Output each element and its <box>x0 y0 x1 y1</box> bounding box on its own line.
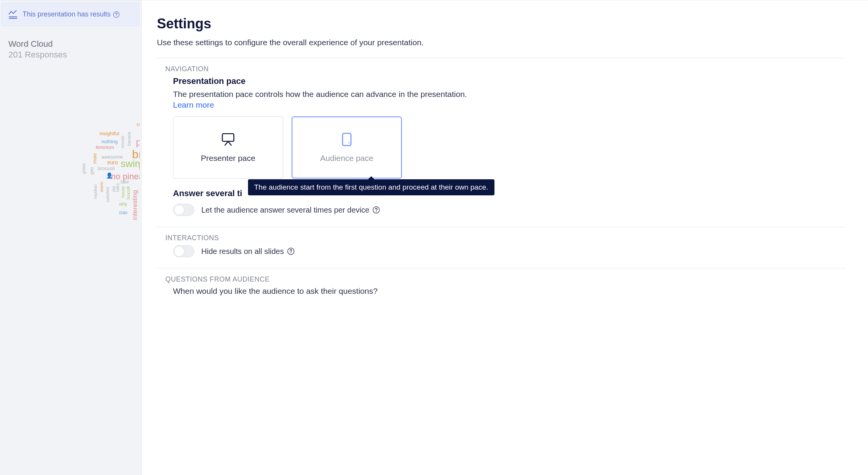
slide-list-panel: This presentation has results Word Cloud… <box>0 0 142 475</box>
wordcloud-word: bro <box>132 148 140 161</box>
results-icon <box>9 10 17 19</box>
phone-icon <box>341 132 352 147</box>
wordcloud-word: feminism <box>96 145 114 150</box>
section-label-interactions: INTERACTIONS <box>165 234 846 242</box>
wordcloud-word: con <box>137 122 140 127</box>
wordcloud-word: euro <box>107 159 118 165</box>
wordcloud-word: house <box>121 186 125 198</box>
svg-line-3 <box>225 141 228 145</box>
audience-pace-card[interactable]: Audience pace <box>292 116 402 179</box>
pace-heading: Presentation pace <box>173 76 846 86</box>
svg-rect-5 <box>343 133 351 146</box>
svg-rect-2 <box>222 134 234 141</box>
wordcloud-word: awesome <box>101 154 123 160</box>
qfa-question: When would you like the audience to ask … <box>173 287 846 296</box>
wordcloud-word: warm <box>99 182 104 192</box>
help-icon[interactable] <box>372 206 380 214</box>
wordcloud-word: did <box>111 186 116 192</box>
slide-response-count: 201 Responses <box>8 50 133 60</box>
page-title: Settings <box>157 16 846 32</box>
presentation-screen-icon <box>220 132 236 147</box>
wordcloud-word: ciao <box>119 210 127 215</box>
wordcloud-word: reptilian <box>93 184 98 199</box>
wordcloud-word: swimn <box>121 158 140 170</box>
slide-title: Word Cloud <box>8 39 133 49</box>
svg-point-1 <box>116 15 117 16</box>
wordcloud-word: fo <box>139 165 140 171</box>
hide-results-label: Hide results on all slides <box>201 247 284 256</box>
audience-pace-label: Audience pace <box>320 154 374 163</box>
wordcloud-word: nothing <box>101 139 118 144</box>
presenter-pace-label: Presenter pace <box>201 154 255 163</box>
wordcloud-word: more <box>92 153 98 164</box>
answer-multiple-toggle[interactable] <box>173 204 194 216</box>
slide-thumbnail[interactable]: Word Cloud 201 Responses coninsightfulsc… <box>2 33 140 475</box>
wordcloud-word: interesting <box>131 190 139 220</box>
help-icon[interactable] <box>287 247 295 255</box>
wordcloud-word: banana <box>127 132 131 146</box>
wordcloud-word: why <box>119 201 127 207</box>
results-banner[interactable]: This presentation has results <box>2 3 140 26</box>
wordcloud-preview: coninsightfulscipybananamousepynothingfe… <box>44 121 140 244</box>
svg-point-6 <box>349 142 350 144</box>
hide-results-toggle[interactable] <box>173 245 194 257</box>
wordcloud-word: talks <box>115 183 120 192</box>
wordcloud-word: geo <box>89 167 95 175</box>
wordcloud-word: lake <box>121 179 129 185</box>
section-label-qfa: QUESTIONS FROM AUDIENCE <box>165 275 846 283</box>
audience-pace-tooltip: The audience start from the first questi… <box>248 179 494 195</box>
divider <box>157 58 846 58</box>
wordcloud-word: insightful <box>100 131 119 136</box>
svg-point-8 <box>376 211 377 212</box>
divider <box>157 227 846 227</box>
settings-panel: Settings Use these settings to configure… <box>142 0 868 475</box>
wordcloud-word: brocolli <box>126 186 131 200</box>
wordcloud-word: 👤 <box>106 172 113 179</box>
svg-point-10 <box>290 252 291 253</box>
divider <box>157 268 846 269</box>
page-description: Use these settings to configure the over… <box>157 38 846 47</box>
wordcloud-word: no pineap <box>111 172 140 182</box>
results-banner-text: This presentation has results <box>23 10 111 18</box>
answer-multiple-label: Let the audience answer several times pe… <box>201 206 369 215</box>
help-icon[interactable] <box>113 11 120 18</box>
wordcloud-word: brocxoli <box>98 165 115 171</box>
presenter-pace-card[interactable]: Presenter pace <box>173 116 283 179</box>
section-label-navigation: NAVIGATION <box>165 65 846 73</box>
learn-more-link[interactable]: Learn more <box>173 100 214 110</box>
wordcloud-word: mouse <box>120 136 125 148</box>
wordcloud-word: py <box>136 136 140 148</box>
svg-line-4 <box>228 141 231 145</box>
wordcloud-word: ghikkl <box>82 163 86 174</box>
pace-description: The presentation pace controls how the a… <box>173 88 846 100</box>
wordcloud-word: satisfied <box>105 187 110 202</box>
